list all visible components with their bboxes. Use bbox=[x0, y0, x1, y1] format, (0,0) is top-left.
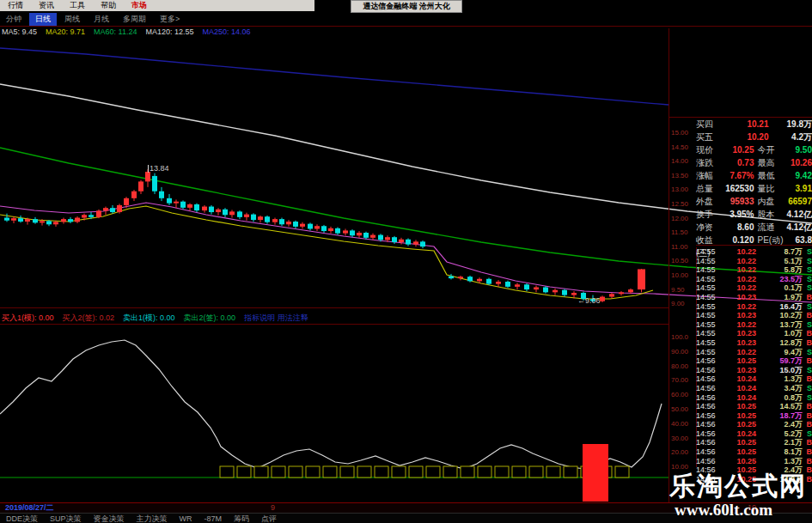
price-tick: 15.00 bbox=[671, 129, 695, 137]
tick-time: 14:56 bbox=[696, 411, 723, 421]
tick-volume: 1.3万 bbox=[756, 374, 803, 384]
tick-time: 14:55 bbox=[696, 338, 723, 348]
tick-flag: S bbox=[803, 393, 812, 403]
ma-label: MA250: 14.06 bbox=[202, 27, 250, 38]
tick-price: 10.25 bbox=[723, 420, 756, 429]
period-item-周线[interactable]: 周线 bbox=[58, 13, 86, 26]
tick-flag: B bbox=[803, 457, 812, 466]
quote-value: 9.50 bbox=[784, 143, 812, 156]
menu-item-行情[interactable]: 行情 bbox=[0, 0, 31, 11]
ma-label: MA5: 9.45 bbox=[2, 27, 37, 38]
menu-item-工具[interactable]: 工具 bbox=[62, 0, 93, 11]
signal-box bbox=[529, 466, 543, 477]
period-item-更多>[interactable]: 更多> bbox=[154, 13, 186, 26]
tick-row: 14:5510.228.7万S bbox=[696, 247, 812, 257]
tick-price: 10.22 bbox=[723, 348, 756, 357]
price-tick: 10.00 bbox=[671, 271, 695, 279]
tick-volume: 10.2万 bbox=[756, 311, 803, 320]
tick-volume: 23.5万 bbox=[756, 275, 803, 284]
price-tick: 10.50 bbox=[671, 257, 695, 265]
bid-price: 10.21 bbox=[725, 118, 769, 131]
tick-time: 14:56 bbox=[696, 366, 723, 375]
indicator-param: 卖出1(模): 0.00 bbox=[123, 313, 175, 323]
tick-volume: 0.1万 bbox=[756, 283, 803, 293]
quote-row: 涨跌0.73最高10.26 bbox=[696, 156, 812, 169]
quote-label: 净资 bbox=[696, 221, 725, 234]
quote-value: 9.42 bbox=[784, 169, 812, 182]
tick-flag: B bbox=[803, 438, 812, 447]
quote-label: PE(动) bbox=[758, 234, 784, 246]
status-tab-点评[interactable]: 点评 bbox=[255, 514, 283, 523]
signal-box bbox=[323, 466, 337, 477]
tick-price: 10.23 bbox=[723, 329, 756, 338]
status-tab-WR[interactable]: WR bbox=[174, 514, 198, 523]
menu-item-帮助[interactable]: 帮助 bbox=[93, 0, 124, 11]
price-tick: 14.00 bbox=[671, 157, 695, 165]
quote-label: 最低 bbox=[758, 169, 784, 182]
tick-volume: 14.5万 bbox=[756, 402, 803, 411]
bid-row[interactable]: 买五10.204.2万 bbox=[696, 131, 812, 143]
indicator-tick: 80.00 bbox=[671, 362, 695, 370]
status-tab-SUP决策[interactable]: SUP决策 bbox=[44, 514, 88, 523]
bid-price: 10.20 bbox=[725, 131, 769, 143]
tick-flag: S bbox=[803, 247, 812, 257]
status-tab-DDE决策[interactable]: DDE决策 bbox=[0, 514, 44, 523]
tick-volume: 2.4万 bbox=[756, 420, 803, 429]
tick-row: 14:5510.220.1万S bbox=[696, 283, 812, 293]
quote-value: 10.25 bbox=[725, 143, 754, 156]
tick-flag: S bbox=[803, 265, 812, 275]
bid-row[interactable]: 买四10.2119.8万 bbox=[696, 118, 812, 131]
status-tab-筹码[interactable]: 筹码 bbox=[228, 514, 255, 523]
tick-row: 14:5510.231.0万B bbox=[696, 329, 812, 338]
tick-flag: S bbox=[803, 366, 812, 375]
signal-box bbox=[546, 466, 560, 477]
tick-row: 14:5510.2310.2万B bbox=[696, 311, 812, 320]
tick-row: 14:5610.243.4万S bbox=[696, 384, 812, 393]
tick-price: 10.25 bbox=[723, 402, 756, 411]
menu-item-资讯[interactable]: 资讯 bbox=[31, 0, 62, 11]
tick-time: 14:55 bbox=[696, 348, 723, 357]
tick-flag: S bbox=[803, 283, 812, 293]
quote-value: 63.8 bbox=[784, 234, 812, 246]
status-tab-主力决策[interactable]: 主力决策 bbox=[131, 514, 174, 523]
tick-price: 10.24 bbox=[723, 374, 756, 384]
tick-row: 14:5510.225.8万S bbox=[696, 265, 812, 275]
tick-price: 10.23 bbox=[723, 293, 756, 302]
tick-volume: 8.1万 bbox=[756, 447, 803, 457]
quote-label: 涨跌 bbox=[696, 156, 725, 169]
period-item-分钟[interactable]: 分钟 bbox=[0, 13, 27, 26]
status-tab--87M[interactable]: -87M bbox=[198, 514, 229, 523]
quote-label: 最高 bbox=[758, 156, 784, 169]
price-tick: 12.50 bbox=[671, 200, 695, 208]
period-toolbar: 分钟日线周线月线多周期更多> bbox=[0, 12, 812, 26]
ma-values-row: MA5: 9.45MA20: 9.71MA60: 11.24MA120: 12.… bbox=[2, 27, 663, 38]
tick-flag: S bbox=[803, 348, 812, 357]
quote-label: 今开 bbox=[758, 143, 784, 156]
ma-label: MA120: 12.55 bbox=[145, 27, 193, 38]
price-tick: 13.50 bbox=[671, 172, 695, 179]
tick-price: 10.24 bbox=[723, 384, 756, 393]
quote-row: 现价10.25今开9.50 bbox=[696, 143, 812, 156]
quote-value: 3.91 bbox=[784, 182, 812, 195]
period-item-多周期[interactable]: 多周期 bbox=[117, 13, 152, 26]
period-item-日线[interactable]: 日线 bbox=[29, 13, 57, 26]
tick-flag: B bbox=[803, 374, 812, 384]
tick-price: 10.23 bbox=[723, 366, 756, 375]
menu-item-hot[interactable]: 市场 bbox=[124, 0, 155, 11]
tick-flag: B bbox=[803, 329, 812, 338]
indicator-tick: 20.00 bbox=[671, 448, 695, 456]
tick-price: 10.25 bbox=[723, 438, 756, 447]
status-tab-资金决策[interactable]: 资金决策 bbox=[88, 514, 131, 523]
MA10-line bbox=[0, 206, 653, 299]
tick-flag: B bbox=[803, 293, 812, 302]
tick-row: 14:5510.231.9万B bbox=[696, 293, 812, 302]
period-item-月线[interactable]: 月线 bbox=[88, 13, 115, 26]
tick-flag: B bbox=[803, 447, 812, 457]
tick-time: 14:55 bbox=[696, 302, 723, 312]
quote-row: 总量162530量比3.91 bbox=[696, 182, 812, 195]
flag-icon bbox=[148, 165, 149, 173]
signal-box bbox=[340, 466, 354, 477]
tick-row: 14:5510.225.1万S bbox=[696, 257, 812, 266]
quote-label: 涨幅 bbox=[696, 169, 725, 182]
tick-list[interactable]: 14:5510.228.7万S14:5510.225.1万S14:5510.22… bbox=[696, 247, 812, 483]
